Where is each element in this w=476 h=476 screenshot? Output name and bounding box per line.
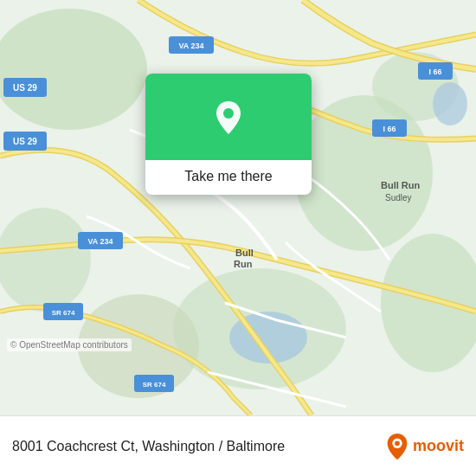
svg-point-32 (395, 441, 400, 446)
svg-text:Run: Run (234, 259, 253, 269)
popup-header (145, 74, 312, 160)
svg-point-30 (223, 108, 234, 119)
bottom-bar: 8001 Coachcrest Ct, Washington / Baltimo… (0, 415, 476, 476)
map-area[interactable]: US 29 US 29 VA 234 VA 234 I 66 I 66 SR 6… (0, 0, 476, 415)
svg-point-9 (433, 82, 467, 125)
svg-point-6 (0, 208, 91, 312)
svg-text:Bull: Bull (235, 248, 254, 258)
svg-text:SR 674: SR 674 (52, 309, 75, 317)
svg-text:Bull Run: Bull Run (381, 180, 420, 190)
svg-text:US 29: US 29 (13, 83, 37, 93)
map-attribution: © OpenStreetMap contributors (7, 338, 132, 351)
svg-text:SR 674: SR 674 (143, 381, 166, 389)
svg-text:I 66: I 66 (428, 68, 441, 76)
svg-text:VA 234: VA 234 (87, 237, 113, 246)
popup-tail (220, 194, 237, 195)
map-background: US 29 US 29 VA 234 VA 234 I 66 I 66 SR 6… (0, 0, 476, 415)
svg-text:VA 234: VA 234 (178, 42, 203, 50)
moovit-text: moovit (413, 437, 464, 455)
location-pin-icon (209, 98, 248, 136)
address-label: 8001 Coachcrest Ct, Washington / Baltimo… (12, 439, 385, 454)
location-popup[interactable]: Take me there (145, 74, 312, 195)
svg-text:US 29: US 29 (13, 137, 37, 146)
moovit-pin-icon (385, 432, 409, 461)
moovit-logo: moovit (385, 432, 464, 461)
svg-text:Sudley: Sudley (385, 193, 412, 203)
take-me-there-button[interactable]: Take me there (145, 160, 312, 195)
svg-text:I 66: I 66 (383, 125, 396, 133)
